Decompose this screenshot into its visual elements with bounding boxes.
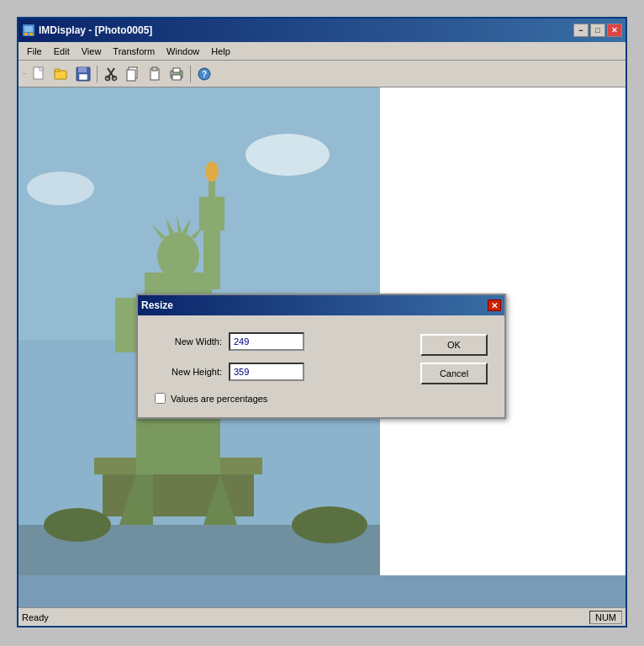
close-button[interactable]: ✕ (607, 24, 622, 37)
svg-rect-2 (24, 33, 28, 35)
title-bar: IMDisplay - [Photo0005] − □ ✕ (18, 19, 626, 42)
copy-button[interactable] (123, 64, 143, 84)
percentage-label: Values are percentages (171, 394, 267, 404)
menu-window[interactable]: Window (161, 45, 204, 58)
width-field-row: New Width: (155, 332, 404, 351)
svg-rect-7 (55, 69, 60, 71)
app-title: IMDisplay - [Photo0005] (39, 24, 573, 36)
toolbar: ···· (18, 61, 626, 87)
toolbar-gripper: ···· (22, 70, 26, 77)
dialog-close-button[interactable]: ✕ (488, 299, 501, 311)
new-button[interactable] (29, 64, 50, 84)
menu-transform[interactable]: Transform (108, 45, 160, 58)
cancel-button[interactable]: Cancel (420, 363, 488, 384)
paste-button[interactable] (145, 64, 165, 84)
num-indicator: NUM (589, 611, 622, 624)
dialog-title: Resize (141, 299, 488, 311)
svg-rect-20 (173, 68, 180, 72)
maximize-button[interactable]: □ (590, 24, 605, 37)
svg-rect-18 (152, 67, 157, 71)
print-button[interactable] (166, 64, 187, 84)
height-label: New Height: (155, 367, 222, 377)
svg-rect-9 (78, 67, 87, 72)
separator-2 (190, 66, 191, 82)
svg-rect-21 (172, 75, 181, 80)
percentage-checkbox-row: Values are percentages (155, 393, 404, 404)
menu-edit[interactable]: Edit (49, 45, 75, 58)
menu-bar: File Edit View Transform Window Help (18, 42, 626, 61)
svg-rect-1 (24, 26, 33, 32)
dialog-fields: New Width: New Height: Values are percen… (155, 332, 404, 404)
dialog-body: New Width: New Height: Values are percen… (138, 315, 504, 417)
dialog-buttons: OK Cancel (420, 332, 488, 404)
new-width-input[interactable] (229, 332, 304, 351)
minimize-button[interactable]: − (573, 24, 589, 37)
status-text: Ready (22, 612, 589, 622)
window-controls: − □ ✕ (573, 24, 622, 37)
app-icon (22, 24, 35, 37)
cut-button[interactable] (101, 64, 121, 84)
help-button[interactable]: ? (194, 64, 214, 84)
ok-button[interactable]: OK (420, 334, 488, 356)
menu-view[interactable]: View (77, 45, 107, 58)
menu-help[interactable]: Help (206, 45, 235, 58)
dialog-overlay: Resize ✕ New Width: New Height: (18, 87, 626, 607)
dialog-title-bar: Resize ✕ (138, 295, 504, 315)
menu-file[interactable]: File (22, 45, 47, 58)
resize-dialog: Resize ✕ New Width: New Height: (136, 294, 506, 419)
svg-rect-10 (79, 74, 87, 80)
save-button[interactable] (73, 64, 93, 84)
svg-rect-3 (29, 33, 33, 35)
svg-text:?: ? (202, 70, 207, 79)
image-area: Resize ✕ New Width: New Height: (18, 87, 626, 607)
svg-point-22 (178, 71, 181, 74)
new-height-input[interactable] (229, 363, 304, 381)
percentage-checkbox[interactable] (155, 393, 166, 404)
height-field-row: New Height: (155, 363, 404, 381)
app-window: IMDisplay - [Photo0005] − □ ✕ File Edit … (17, 17, 627, 627)
status-bar: Ready NUM (18, 607, 626, 626)
svg-rect-16 (127, 70, 135, 81)
width-label: New Width: (155, 336, 222, 347)
open-button[interactable] (51, 64, 71, 84)
separator-1 (97, 66, 98, 82)
